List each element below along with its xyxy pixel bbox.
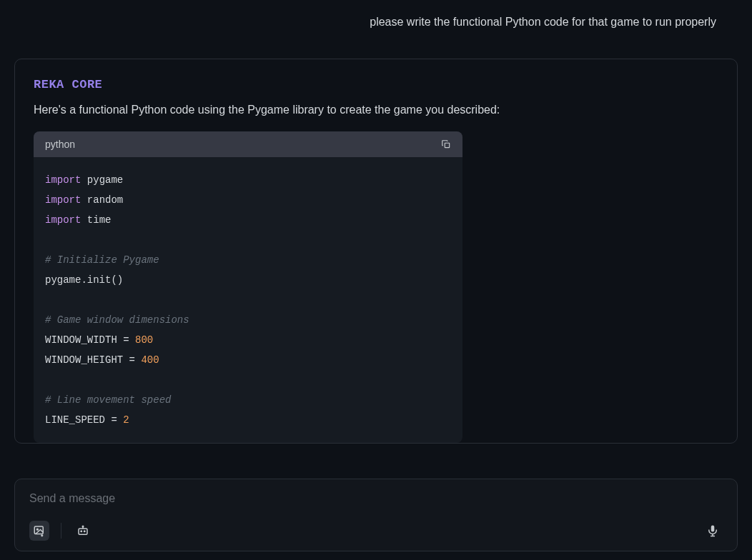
code-line: # Game window dimensions <box>45 310 451 330</box>
code-line: import time <box>45 210 451 230</box>
code-line <box>45 230 451 250</box>
microphone-button[interactable] <box>703 521 723 541</box>
code-body: import pygameimport randomimport time # … <box>34 157 462 443</box>
svg-point-6 <box>82 526 84 527</box>
svg-point-4 <box>81 531 82 532</box>
svg-point-2 <box>36 529 38 530</box>
user-message: please write the functional Python code … <box>0 0 752 37</box>
code-header: python <box>34 131 462 157</box>
svg-rect-3 <box>79 529 87 534</box>
model-name: REKA CORE <box>34 78 718 91</box>
code-line: # Line movement speed <box>45 390 451 410</box>
code-line: import random <box>45 190 451 210</box>
input-toolbar <box>29 521 723 541</box>
message-input[interactable] <box>29 492 723 505</box>
svg-point-5 <box>84 531 86 532</box>
attach-image-button[interactable] <box>29 521 49 541</box>
code-line: WINDOW_WIDTH = 800 <box>45 330 451 350</box>
code-language-label: python <box>45 139 75 150</box>
toolbar-divider <box>61 523 61 539</box>
assistant-response: REKA CORE Here's a functional Python cod… <box>14 59 738 444</box>
svg-rect-1 <box>34 526 43 534</box>
svg-rect-0 <box>445 143 449 147</box>
code-line: import pygame <box>45 170 451 190</box>
bot-button[interactable] <box>73 521 93 541</box>
code-line: LINE_SPEED = 2 <box>45 410 451 430</box>
response-intro-text: Here's a functional Python code using th… <box>34 101 718 119</box>
code-line <box>45 370 451 390</box>
code-block: python import pygameimport randomimport … <box>34 131 462 443</box>
message-input-container <box>14 479 738 551</box>
copy-icon[interactable] <box>441 139 451 149</box>
code-line: WINDOW_HEIGHT = 400 <box>45 350 451 370</box>
code-line: pygame.init() <box>45 270 451 290</box>
toolbar-left <box>29 521 93 541</box>
code-line: # Initialize Pygame <box>45 250 451 270</box>
code-line <box>45 290 451 310</box>
